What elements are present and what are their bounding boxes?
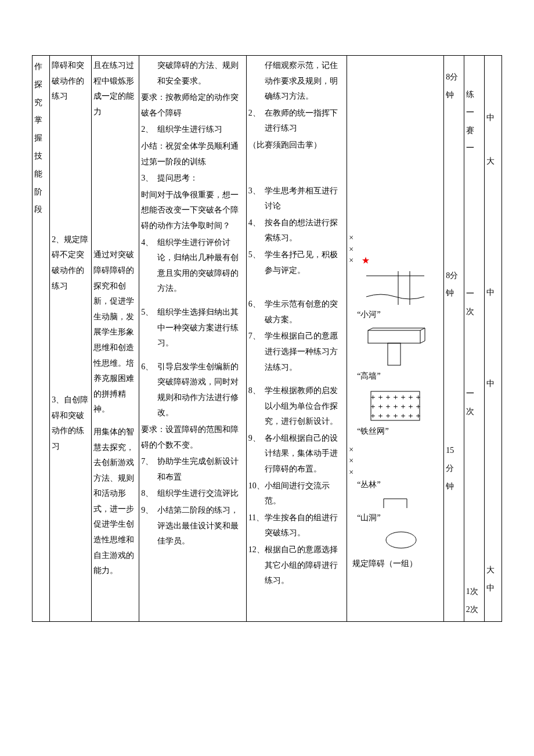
wall-icon: [363, 327, 427, 368]
teacher-6: 引导启发学生创编新的突破障碍游戏，同时对规则和动作方法进行修改。: [157, 359, 244, 421]
diagram-wall: “高墙”: [349, 327, 442, 384]
teacher-4: 组织学生进行评价讨论，归纳出几种最有创意且实用的突破障碍的方法。: [157, 235, 244, 297]
diagram-wire: ＋＋＋＋＋＋＋ ＋＋＋＋＋＋＋ ＋＋＋＋＋＋＋ “铁丝网”: [349, 389, 442, 440]
river-icon: [363, 271, 427, 306]
teacher-cell: 突破障碍的方法、规则和安全要求。 要求：按教师给定的动作突破各个障碍 2、组织学…: [139, 56, 246, 622]
student-cell: 仔细观察示范，记住动作要求及规则，明确练习方法。 2、在教师的统一指挥下进行练习…: [246, 56, 347, 622]
level-4b: 中: [486, 581, 500, 596]
bush-label: “丛林”: [349, 479, 442, 491]
wire-icon: ＋＋＋＋＋＋＋ ＋＋＋＋＋＋＋ ＋＋＋＋＋＋＋: [360, 389, 430, 423]
lesson-plan-table: 作探究掌握技能阶段 障碍和突破动作的练习 2、规定障碍不定突破动作的练习 3、自…: [32, 55, 502, 622]
goal-cell: 且在练习过程中锻炼形成一定的能力 通过对突破障碍障碍的探究和创新，促进学生动脑，…: [91, 56, 139, 622]
svg-text:＋＋＋＋＋＋＋: ＋＋＋＋＋＋＋: [369, 402, 422, 411]
goal-3: 用集体的智慧去探究，去创新游戏方法、规则和活动形式，进一步促进学生创造性思维和自…: [93, 424, 137, 579]
teacher-q1: 时间对于战争很重要，想一想能否改变一下突破各个障碍的动作方法争取时间？: [141, 188, 244, 234]
student-6: 学生示范有创意的突破方案。: [265, 297, 345, 327]
teacher-7: 协助学生完成创新设计和布置: [157, 454, 244, 485]
student-12: 根据自己的意愿选择其它小组的障碍进行练习。: [265, 542, 345, 589]
time-2: 8分钟: [446, 267, 462, 303]
stage-text: 作探究掌握技能阶段: [34, 58, 48, 219]
svg-line-5: [420, 341, 425, 343]
count-2: 一次: [466, 285, 482, 321]
svg-line-7: [368, 328, 373, 330]
goal-2: 通过对突破障碍障碍的探究和创新，促进学生动脑，发展学生形象思维和创造性思维。培养…: [93, 247, 137, 417]
level-1b: 大: [486, 154, 500, 170]
student-2b: （比赛须跑回击掌）: [248, 138, 345, 153]
level-2: 中: [486, 285, 500, 301]
svg-text:＋＋＋＋＋＋＋: ＋＋＋＋＋＋＋: [369, 411, 422, 420]
teacher-8: 组织学生进行交流评比: [157, 486, 244, 502]
level-4a: 大: [486, 563, 500, 578]
teacher-intro: 突破障碍的方法、规则和安全要求。: [141, 58, 244, 89]
topic-1: 障碍和突破动作的练习: [52, 58, 89, 105]
star-icon: ★: [362, 256, 370, 265]
river-label: “小河”: [349, 307, 442, 323]
teacher-9: 小结第二阶段的练习，评选出最佳设计奖和最佳学员。: [157, 503, 244, 549]
diagram-river: “小河”: [349, 271, 442, 323]
count-4b: 2次: [466, 601, 478, 619]
topic-2: 2、规定障碍不定突破动作的练习: [52, 232, 89, 294]
diagram-cell: ××× ★ “小河” “高墙” ＋＋＋＋＋＋＋ ＋＋＋＋＋＋＋ ＋＋＋＋＋＋＋: [347, 56, 444, 622]
level-cell: 中 大 中 中 大 中: [484, 56, 501, 622]
diagram-crosses-star: ××× ★: [349, 232, 442, 267]
time-cell: 8分钟 8分钟 15分钟: [444, 56, 464, 622]
diagram-cave: “山洞”: [349, 495, 442, 552]
stage-cell: 作探究掌握技能阶段: [33, 56, 50, 622]
wall-label: “高墙”: [349, 369, 442, 384]
cave-icon: [366, 530, 424, 552]
wire-label: “铁丝网”: [349, 424, 442, 440]
svg-rect-3: [368, 330, 420, 343]
svg-rect-9: [388, 343, 400, 365]
count-cell: 练一赛一 一次 一次 1次 2次: [464, 56, 484, 622]
teacher-req1: 要求：按教师给定的动作突破各个障碍: [141, 90, 244, 121]
level-3: 中: [486, 376, 500, 392]
student-5: 学生各抒己见，积极参与评定。: [265, 247, 345, 278]
count-4a: 1次: [466, 583, 478, 601]
teacher-2: 组织学生进行练习: [157, 122, 244, 138]
bracket-icon: [366, 495, 424, 509]
svg-text:＋＋＋＋＋＋＋: ＋＋＋＋＋＋＋: [369, 393, 422, 401]
student-4: 按各自的想法进行探索练习。: [265, 215, 345, 246]
student-7: 学生根据自己的意愿进行选择一种练习方法练习。: [265, 329, 345, 375]
svg-line-4: [420, 328, 425, 330]
cave-label: “山洞”: [349, 510, 442, 526]
teacher-req2: 要求：设置障碍的范围和障碍的个数不变。: [141, 422, 244, 453]
time-3: 15分钟: [446, 442, 462, 495]
goal-1: 且在练习过程中锻炼形成一定的能力: [93, 58, 137, 120]
count-3: 一次: [466, 385, 482, 421]
student-11: 学生按各自的组进行突破练习。: [265, 510, 345, 541]
student-2: 在教师的统一指挥下进行练习: [265, 106, 345, 136]
diagram-footer: 规定障碍（一组）: [349, 556, 442, 572]
count-1: 练一赛一: [466, 86, 482, 157]
student-9: 各小组根据自己的设计结果，集体动手进行障碍的布置。: [265, 431, 345, 477]
student-3: 学生思考并相互进行讨论: [265, 183, 345, 214]
diagram-bush: ××× “丛林”: [349, 444, 442, 491]
teacher-5: 组织学生选择归纳出其中一种突破方案进行练习。: [157, 305, 244, 351]
student-8: 学生根据教师的启发以小组为单位合作探究，进行创新设计。: [265, 383, 345, 430]
svg-point-14: [386, 532, 416, 548]
teacher-sum1: 小结：祝贺全体学员顺利通过第一阶段的训练: [141, 139, 244, 170]
level-1a: 中: [486, 110, 500, 126]
teacher-3: 提问思考：: [157, 171, 244, 186]
student-1: 仔细观察示范，记住动作要求及规则，明确练习方法。: [248, 58, 345, 105]
time-1: 8分钟: [446, 69, 462, 105]
student-10: 小组间进行交流示范。: [265, 478, 345, 509]
topic-cell: 障碍和突破动作的练习 2、规定障碍不定突破动作的练习 3、自创障碍和突破动作的练…: [50, 56, 92, 622]
topic-3: 3、自创障碍和突破动作的练习: [52, 393, 89, 454]
